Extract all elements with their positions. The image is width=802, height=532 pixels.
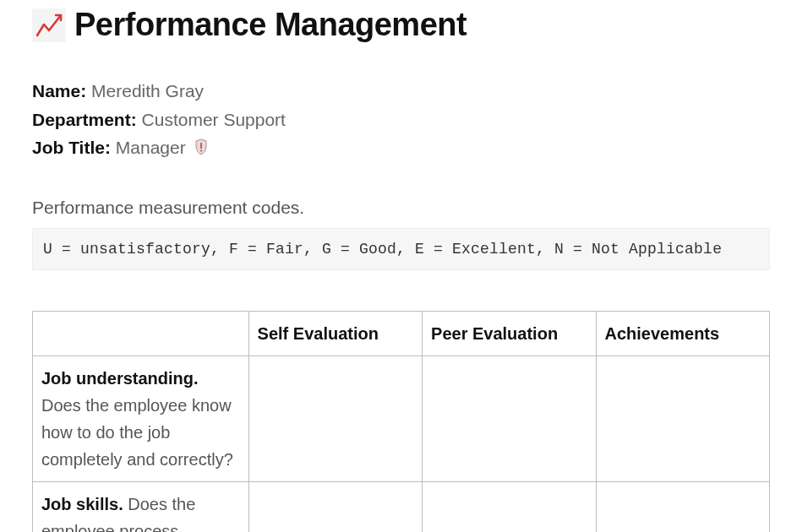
- employee-info: Name: Meredith Gray Department: Customer…: [32, 77, 770, 164]
- criteria-title: Job understanding.: [41, 369, 199, 388]
- table-header-row: Self Evaluation Peer Evaluation Achievem…: [33, 311, 770, 356]
- criteria-text: Does the employee know how to do the job…: [41, 396, 233, 469]
- header-peer-evaluation: Peer Evaluation: [423, 311, 596, 356]
- self-eval-cell[interactable]: [248, 481, 422, 532]
- header-criteria: [33, 311, 249, 356]
- chart-increasing-icon: [32, 8, 66, 42]
- peer-eval-cell[interactable]: [423, 356, 596, 481]
- job-title-label: Job Title:: [32, 138, 111, 157]
- department-value: Customer Support: [142, 110, 286, 129]
- table-row: Job skills. Does the employee process: [33, 481, 770, 532]
- employee-name-line: Name: Meredith Gray: [32, 77, 770, 106]
- peer-eval-cell[interactable]: [423, 481, 596, 532]
- department-label: Department:: [32, 110, 137, 129]
- header-self-evaluation: Self Evaluation: [248, 311, 422, 356]
- employee-jobtitle-line: Job Title: Manager: [32, 133, 770, 164]
- name-value: Meredith Gray: [91, 81, 204, 100]
- criteria-cell: Job skills. Does the employee process: [33, 481, 249, 532]
- shield-icon: [194, 135, 208, 164]
- evaluation-table: Self Evaluation Peer Evaluation Achievem…: [32, 311, 770, 532]
- codes-intro-text: Performance measurement codes.: [32, 198, 770, 218]
- table-row: Job understanding. Does the employee kno…: [33, 356, 770, 481]
- employee-department-line: Department: Customer Support: [32, 106, 770, 134]
- codes-legend: U = unsatisfactory, F = Fair, G = Good, …: [32, 228, 770, 270]
- achievements-cell[interactable]: [596, 481, 769, 532]
- name-label: Name:: [32, 81, 86, 100]
- job-title-value: Manager: [116, 138, 186, 157]
- criteria-cell: Job understanding. Does the employee kno…: [33, 356, 249, 481]
- achievements-cell[interactable]: [596, 356, 769, 481]
- criteria-title: Job skills.: [41, 495, 123, 513]
- page-title-row: Performance Management: [32, 7, 770, 43]
- page-title: Performance Management: [74, 7, 466, 43]
- self-eval-cell[interactable]: [248, 356, 422, 481]
- header-achievements: Achievements: [596, 311, 769, 356]
- svg-point-1: [200, 150, 202, 152]
